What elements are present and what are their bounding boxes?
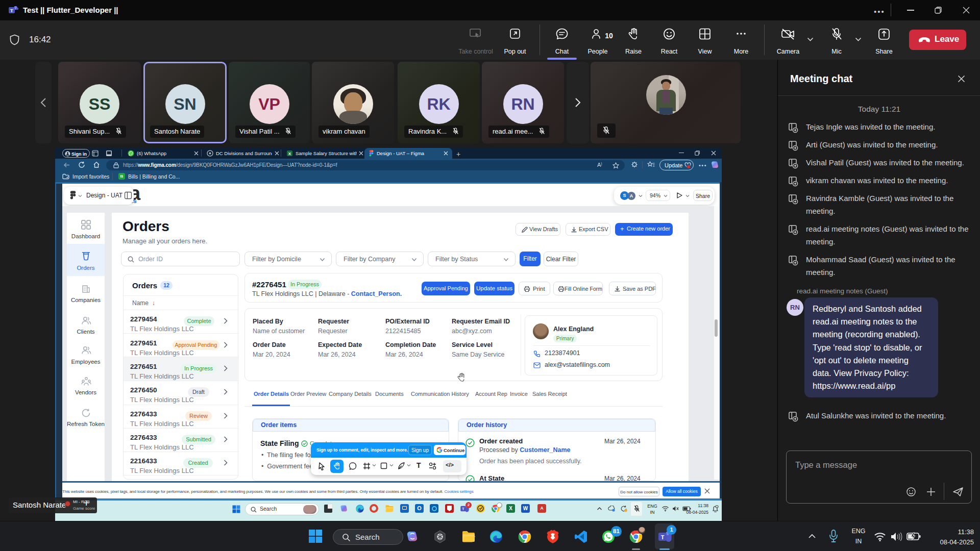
svg-text:T: T bbox=[661, 534, 665, 540]
svg-text:T: T bbox=[462, 507, 464, 511]
svg-text:T: T bbox=[10, 8, 13, 13]
svg-text:X: X bbox=[288, 152, 291, 156]
